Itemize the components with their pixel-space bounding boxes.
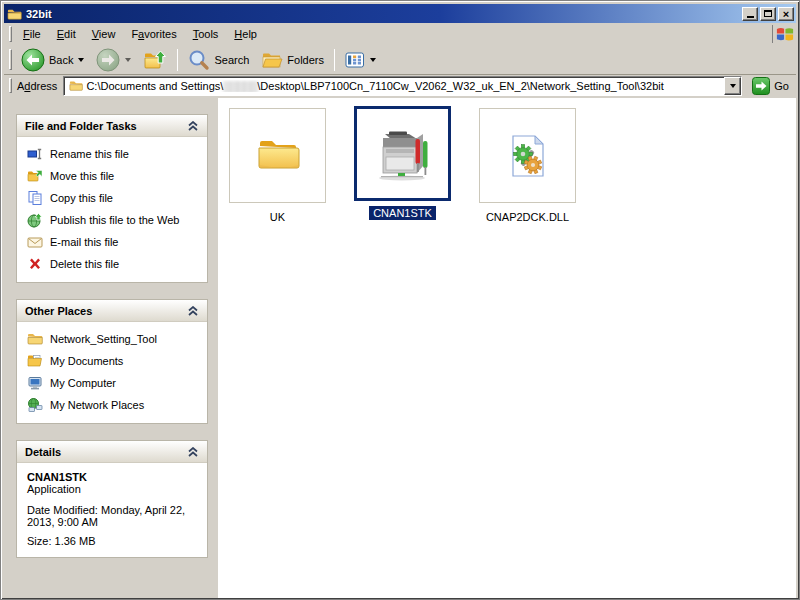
back-dropdown-icon[interactable] bbox=[78, 58, 84, 62]
forward-dropdown-icon[interactable] bbox=[125, 58, 131, 62]
task-label: Move this file bbox=[50, 170, 114, 182]
panel-header-details[interactable]: Details bbox=[17, 441, 207, 463]
task-label: E-mail this file bbox=[50, 236, 118, 248]
go-arrow-icon bbox=[752, 77, 770, 95]
toolbar-separator bbox=[334, 49, 335, 71]
address-bar: Address C:\Documents and Settings\▒▒▒▒▒\… bbox=[4, 75, 796, 98]
file-item-cnap2dck-dll[interactable]: CNAP2DCK.DLL bbox=[478, 108, 577, 224]
file-item-cnan1stk[interactable]: CNAN1STK bbox=[353, 108, 452, 220]
minimize-icon bbox=[747, 16, 754, 18]
copy-icon bbox=[27, 190, 43, 206]
place-network-setting-tool[interactable]: Network_Setting_Tool bbox=[27, 330, 201, 347]
task-delete-this-file[interactable]: Delete this file bbox=[27, 255, 201, 272]
go-label: Go bbox=[774, 80, 789, 92]
task-rename-this-file[interactable]: Rename this file bbox=[27, 145, 201, 162]
task-publish-this-file[interactable]: Publish this file to the Web bbox=[27, 211, 201, 228]
maximize-icon bbox=[764, 10, 772, 17]
menu-view[interactable]: View bbox=[84, 25, 124, 43]
details-size: Size: 1.36 MB bbox=[27, 535, 201, 547]
toolbar-separator bbox=[177, 49, 178, 71]
file-thumbnail[interactable] bbox=[479, 108, 576, 203]
publish-icon bbox=[27, 212, 43, 228]
go-button[interactable]: Go bbox=[748, 76, 793, 96]
place-label: My Documents bbox=[50, 355, 123, 367]
folder-icon bbox=[7, 7, 22, 21]
panel-title: Details bbox=[25, 446, 61, 458]
up-folder-icon bbox=[143, 48, 167, 72]
toolbar-grip[interactable] bbox=[9, 49, 12, 69]
folders-button[interactable]: Folders bbox=[255, 47, 330, 73]
menu-tools[interactable]: Tools bbox=[185, 25, 227, 43]
folders-label: Folders bbox=[287, 54, 324, 66]
maximize-button[interactable] bbox=[760, 7, 776, 21]
back-button[interactable]: Back bbox=[15, 47, 90, 73]
forward-button[interactable] bbox=[90, 47, 137, 73]
forward-icon bbox=[96, 48, 120, 72]
address-input[interactable]: C:\Documents and Settings\▒▒▒▒▒\Desktop\… bbox=[63, 76, 742, 96]
menu-favorites[interactable]: Favorites bbox=[123, 25, 184, 43]
close-button[interactable]: × bbox=[778, 7, 794, 21]
my-documents-icon bbox=[27, 353, 43, 369]
place-label: My Network Places bbox=[50, 399, 144, 411]
place-my-network-places[interactable]: My Network Places bbox=[27, 396, 201, 413]
views-button[interactable] bbox=[339, 47, 382, 73]
task-email-this-file[interactable]: E-mail this file bbox=[27, 233, 201, 250]
task-move-this-file[interactable]: Move this file bbox=[27, 167, 201, 184]
explorer-window: 32bit × File Edit View Favorites Tools H… bbox=[0, 0, 800, 600]
back-label: Back bbox=[49, 54, 73, 66]
address-label: Address bbox=[17, 80, 57, 92]
sidebar: File and Folder Tasks Rename this file bbox=[4, 98, 218, 598]
panel-title: File and Folder Tasks bbox=[25, 120, 137, 132]
chevron-up-icon[interactable] bbox=[187, 447, 199, 457]
task-label: Rename this file bbox=[50, 148, 129, 160]
search-button[interactable]: Search bbox=[182, 47, 255, 73]
delete-icon bbox=[27, 256, 43, 272]
search-label: Search bbox=[214, 54, 249, 66]
file-list: UK bbox=[218, 98, 796, 598]
place-my-computer[interactable]: My Computer bbox=[27, 374, 201, 391]
close-icon: × bbox=[783, 9, 789, 19]
redacted-username: ▒▒▒▒▒ bbox=[223, 80, 257, 92]
content-area: File and Folder Tasks Rename this file bbox=[4, 98, 796, 598]
chevron-up-icon[interactable] bbox=[187, 121, 199, 131]
chevron-up-icon[interactable] bbox=[187, 306, 199, 316]
task-label: Delete this file bbox=[50, 258, 119, 270]
menu-file[interactable]: File bbox=[15, 25, 49, 43]
dll-file-icon bbox=[504, 132, 552, 180]
printer-tools-icon bbox=[371, 122, 435, 186]
task-label: Publish this file to the Web bbox=[50, 214, 179, 226]
menu-help[interactable]: Help bbox=[226, 25, 265, 43]
address-dropdown-button[interactable] bbox=[724, 77, 741, 95]
title-bar[interactable]: 32bit × bbox=[4, 4, 796, 23]
folder-icon bbox=[69, 79, 83, 92]
menubar-grip[interactable] bbox=[9, 26, 12, 41]
addressbar-grip[interactable] bbox=[9, 78, 12, 93]
place-my-documents[interactable]: My Documents bbox=[27, 352, 201, 369]
panel-header-file-tasks[interactable]: File and Folder Tasks bbox=[17, 115, 207, 137]
views-dropdown-icon[interactable] bbox=[370, 58, 376, 62]
file-item-uk[interactable]: UK bbox=[228, 108, 327, 224]
menu-bar: File Edit View Favorites Tools Help bbox=[4, 23, 796, 45]
window-title: 32bit bbox=[26, 8, 742, 20]
details-file-type: Application bbox=[27, 483, 201, 495]
details-modified: Date Modified: Monday, April 22, 2013, 9… bbox=[27, 504, 201, 528]
file-name: CNAP2DCK.DLL bbox=[482, 210, 573, 224]
menu-edit[interactable]: Edit bbox=[49, 25, 84, 43]
chevron-down-icon bbox=[730, 84, 736, 88]
panel-other-places: Other Places Network_Setting_Tool bbox=[16, 299, 208, 424]
folders-icon bbox=[261, 49, 283, 71]
task-copy-this-file[interactable]: Copy this file bbox=[27, 189, 201, 206]
rename-icon bbox=[27, 146, 43, 162]
email-icon bbox=[27, 234, 43, 250]
details-file-name: CNAN1STK bbox=[27, 471, 201, 483]
up-button[interactable] bbox=[137, 47, 173, 73]
task-label: Copy this file bbox=[50, 192, 113, 204]
file-thumbnail[interactable] bbox=[229, 108, 326, 203]
file-name-selected: CNAN1STK bbox=[369, 206, 436, 220]
minimize-button[interactable] bbox=[742, 7, 758, 21]
file-thumbnail-selected[interactable] bbox=[354, 106, 451, 201]
panel-header-other-places[interactable]: Other Places bbox=[17, 300, 207, 322]
panel-title: Other Places bbox=[25, 305, 92, 317]
my-network-icon bbox=[27, 397, 43, 413]
windows-logo-icon bbox=[772, 25, 794, 43]
